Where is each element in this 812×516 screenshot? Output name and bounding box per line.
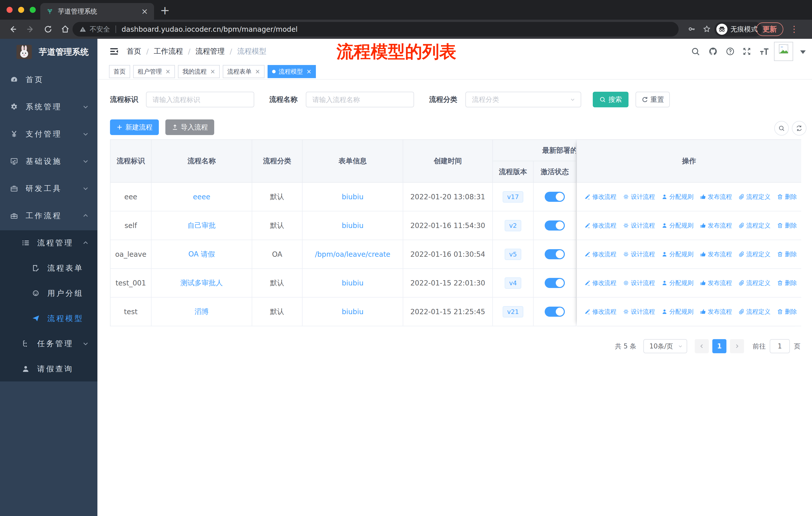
action-publish[interactable]: 发布流程 [700,221,732,229]
back-icon[interactable] [8,25,17,33]
cell-name-link[interactable]: eeee [151,183,252,211]
action-design[interactable]: 设计流程 [623,250,655,258]
active-toggle[interactable] [545,307,565,317]
sidebar-item-home[interactable]: 首页 [0,66,97,93]
sidebar-item-leave-query[interactable]: 请假查询 [0,356,97,381]
action-assign[interactable]: 分配规则 [662,221,693,229]
close-icon[interactable]: × [210,68,215,75]
new-tab-button[interactable]: + [160,4,170,16]
forward-icon[interactable] [26,25,35,33]
close-icon[interactable]: × [306,68,311,75]
active-toggle[interactable] [545,278,565,288]
tag-流程表单[interactable]: 流程表单× [223,65,265,78]
page-size-select[interactable]: 10条/页 [643,339,687,353]
update-button[interactable]: 更新 [756,22,783,36]
action-assign[interactable]: 分配规则 [662,308,693,316]
cell-form-link[interactable]: biubiu [302,298,403,326]
tag-我的流程[interactable]: 我的流程× [178,65,220,78]
browser-menu-icon[interactable]: ⋮ [790,23,799,35]
action-edit[interactable]: 修改流程 [584,221,616,229]
bookmark-star-icon[interactable] [703,25,711,33]
sidebar-item-process-manage[interactable]: 流程管理 [0,230,97,255]
breadcrumb-item[interactable]: 流程管理 [196,46,225,56]
filter-input-name[interactable] [306,92,414,107]
traffic-lights[interactable] [6,7,36,13]
sidebar-item-user-group[interactable]: 用户分组 [0,281,97,306]
create-process-button[interactable]: 新建流程 [110,119,159,135]
action-delete[interactable]: 删除 [777,193,797,201]
avatar[interactable] [774,42,793,61]
action-assign[interactable]: 分配规则 [662,193,693,201]
action-design[interactable]: 设计流程 [623,279,655,287]
import-process-button[interactable]: 导入流程 [165,119,214,135]
sidebar-item-workflow[interactable]: 工作流程 [0,202,97,229]
browser-tab[interactable]: 芋道管理系统 × [40,3,154,20]
tag-首页[interactable]: 首页 [109,65,130,78]
action-edit[interactable]: 修改流程 [584,250,616,258]
action-assign[interactable]: 分配规则 [662,279,693,287]
filter-select-category[interactable]: 流程分类 [465,92,581,107]
tag-流程模型[interactable]: 流程模型× [267,65,316,78]
cell-form-link[interactable]: biubiu [302,183,403,211]
minimize-window-button[interactable] [18,7,24,13]
action-delete[interactable]: 删除 [777,279,797,287]
action-edit[interactable]: 修改流程 [584,279,616,287]
avatar-caret-icon[interactable] [800,50,806,54]
font-size-icon[interactable] [759,47,768,56]
sidebar-item-task-manage[interactable]: 任务管理 [0,331,97,356]
breadcrumb-item[interactable]: 工作流程 [154,46,183,56]
action-design[interactable]: 设计流程 [623,193,655,201]
breadcrumb-item[interactable]: 首页 [126,46,141,56]
next-page-button[interactable] [730,339,744,353]
prev-page-button[interactable] [695,339,709,353]
sidebar-item-pay[interactable]: 支付管理 [0,120,97,147]
action-publish[interactable]: 发布流程 [700,193,732,201]
action-edit[interactable]: 修改流程 [584,308,616,316]
search-icon[interactable] [691,47,700,56]
github-icon[interactable] [708,47,718,56]
help-icon[interactable] [726,47,735,56]
cell-form-link[interactable]: /bpm/oa/leave/create [302,240,403,269]
collapse-sidebar-icon[interactable] [109,46,119,56]
cell-form-link[interactable]: biubiu [302,269,403,298]
sidebar-item-process-model[interactable]: 流程模型 [0,306,97,331]
cell-name-link[interactable]: OA 请假 [151,240,252,269]
action-definition[interactable]: 流程定义 [738,279,771,287]
fullscreen-icon[interactable] [742,47,751,56]
action-definition[interactable]: 流程定义 [738,308,771,316]
tag-租户管理[interactable]: 租户管理× [133,65,175,78]
close-icon[interactable]: × [255,68,260,75]
security-label[interactable]: 不安全 [90,25,110,34]
action-delete[interactable]: 删除 [777,308,797,316]
maximize-window-button[interactable] [30,7,36,13]
filter-input-key[interactable] [146,92,254,107]
home-icon[interactable] [61,25,69,33]
toggle-search-button[interactable] [774,121,789,136]
reset-button[interactable]: 重置 [636,92,670,107]
action-publish[interactable]: 发布流程 [700,308,732,316]
action-definition[interactable]: 流程定义 [738,193,771,201]
action-assign[interactable]: 分配规则 [662,250,693,258]
action-delete[interactable]: 删除 [777,221,797,229]
url-text[interactable]: dashboard.yudao.iocoder.cn/bpm/manager/m… [122,25,297,33]
current-page-button[interactable]: 1 [712,339,726,353]
close-icon[interactable]: × [165,68,170,75]
cell-form-link[interactable]: biubiu [302,211,403,240]
action-definition[interactable]: 流程定义 [738,250,771,258]
address-bar[interactable]: 不安全 dashboard.yudao.iocoder.cn/bpm/manag… [72,22,678,36]
active-toggle[interactable] [545,249,565,259]
action-edit[interactable]: 修改流程 [584,193,616,201]
sidebar-item-system[interactable]: 系统管理 [0,93,97,120]
cell-name-link[interactable]: 测试多审批人 [151,269,252,298]
app-logo[interactable]: 芋道管理系统 [0,39,97,65]
action-publish[interactable]: 发布流程 [700,250,732,258]
sidebar-item-process-form[interactable]: 流程表单 [0,255,97,281]
close-window-button[interactable] [6,7,12,13]
action-publish[interactable]: 发布流程 [700,279,732,287]
goto-page-input[interactable] [770,339,790,353]
active-toggle[interactable] [545,192,565,202]
action-definition[interactable]: 流程定义 [738,221,771,229]
reload-icon[interactable] [44,25,52,33]
tab-close-icon[interactable]: × [141,7,148,16]
refresh-table-button[interactable] [792,121,807,136]
